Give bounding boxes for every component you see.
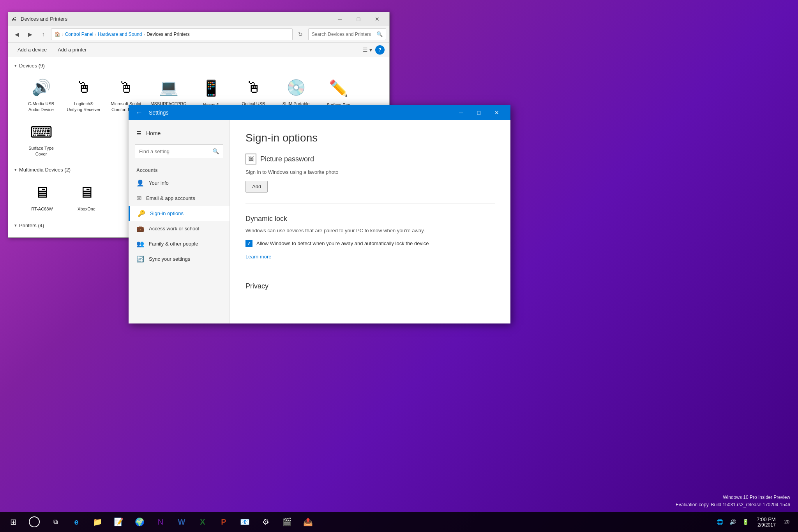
nav-family[interactable]: 👥 Family & other people — [129, 236, 230, 251]
taskbar-notepad[interactable]: 📝 — [108, 512, 129, 532]
search-icon: 🔍 — [376, 31, 383, 37]
search-box[interactable]: 🔍 — [308, 28, 386, 40]
family-icon: 👥 — [136, 240, 144, 247]
breadcrumb-hardware-sound[interactable]: Hardware and Sound — [98, 32, 142, 37]
taskbar-clock[interactable]: 7:00 PM 2/9/2017 — [754, 515, 779, 529]
device-logitech[interactable]: 🖱 Logitech®Unifying Receiver — [63, 72, 104, 115]
device-cmedia[interactable]: 🔊 C-Media USBAudio Device — [21, 72, 62, 115]
task-view-button[interactable]: ⧉ — [45, 512, 65, 532]
volume-icon[interactable]: 🔊 — [728, 517, 738, 527]
taskbar-file-explorer[interactable]: 📁 — [87, 512, 108, 532]
device-rt-ac68w[interactable]: 🖥 RT-AC68W — [21, 177, 64, 216]
view-button[interactable]: ☰ ▾ — [362, 44, 373, 55]
work-school-label: Access work or school — [149, 226, 199, 232]
device-logitech-icon: 🖱 — [71, 76, 96, 99]
powerpoint-icon: P — [221, 518, 226, 527]
sign-in-label: Sign-in options — [150, 210, 184, 216]
nav-your-info[interactable]: 👤 Your info — [129, 175, 230, 191]
settings-close-button[interactable]: ✕ — [488, 105, 506, 120]
taskbar-chrome[interactable]: 🌍 — [129, 512, 150, 532]
nav-sync[interactable]: 🔄 Sync your settings — [129, 251, 230, 267]
taskbar-media[interactable]: 🎬 — [277, 512, 297, 532]
start-button[interactable]: ⊞ — [3, 512, 23, 532]
clock-date: 2/9/2017 — [757, 522, 775, 528]
device-surface-pro-icon: 💻 — [156, 76, 181, 99]
device-xboxone-icon: 🖥 — [74, 180, 99, 205]
devices-titlebar: 🖨 Devices and Printers ─ □ ✕ — [8, 12, 389, 26]
file-explorer-icon: 📁 — [93, 517, 102, 527]
your-info-label: Your info — [149, 180, 169, 186]
taskbar-excel[interactable]: X — [192, 512, 213, 532]
taskbar-word[interactable]: W — [171, 512, 192, 532]
settings-search-box[interactable]: 🔍 — [135, 144, 223, 158]
sync-icon: 🔄 — [136, 255, 144, 263]
settings-app-icon: ⚙ — [262, 517, 269, 527]
taskbar-onenote[interactable]: N — [150, 512, 171, 532]
taskbar-settings-app[interactable]: ⚙ — [256, 512, 276, 532]
nav-email-accounts[interactable]: ✉ Email & app accounts — [129, 191, 230, 206]
devices-section-header[interactable]: ▾ Devices (9) — [14, 60, 383, 71]
printers-group-item[interactable]: 🖨 24 items — [21, 232, 99, 237]
device-rt-ac68w-icon: 🖥 — [30, 180, 55, 205]
picture-password-icon: 🖼 — [245, 154, 256, 164]
work-school-icon: 💼 — [136, 225, 144, 232]
nav-work-school[interactable]: 💼 Access work or school — [129, 221, 230, 236]
refresh-button[interactable]: ↻ — [295, 29, 306, 40]
settings-maximize-button[interactable]: □ — [470, 105, 488, 120]
taskbar-mail[interactable]: 📧 — [235, 512, 255, 532]
watermark-line2: Evaluation copy. Build 15031.rs2_release… — [676, 502, 790, 507]
picture-password-desc: Sign in to Windows using a favorite phot… — [245, 168, 495, 176]
clock-time: 7:00 PM — [757, 516, 775, 522]
forward-button[interactable]: ▶ — [25, 29, 35, 40]
device-sculpt-icon: 🖱 — [114, 76, 139, 99]
network-icon[interactable]: 🌐 — [715, 517, 725, 527]
notification-button[interactable]: 20 — [782, 518, 792, 526]
device-surface-type[interactable]: ⌨ Surface TypeCover — [21, 117, 62, 160]
settings-search-input[interactable] — [139, 148, 209, 154]
start-icon: ⊞ — [10, 517, 17, 527]
toolbar-right: ☰ ▾ ? — [362, 44, 385, 55]
printers-arrow: ▾ — [14, 223, 17, 228]
chrome-icon: 🌍 — [135, 517, 145, 527]
device-surface-type-label: Surface TypeCover — [28, 145, 54, 157]
your-info-icon: 👤 — [136, 179, 144, 187]
settings-back-button[interactable]: ← — [133, 107, 145, 118]
back-button[interactable]: ◀ — [11, 29, 22, 40]
word-icon: W — [178, 518, 185, 527]
task-view-icon: ⧉ — [53, 518, 58, 525]
picture-password-section: 🖼 Picture password Sign in to Windows us… — [245, 154, 495, 204]
add-device-button[interactable]: Add a device — [13, 44, 51, 55]
settings-win-controls: ─ □ ✕ — [452, 105, 506, 120]
settings-minimize-button[interactable]: ─ — [452, 105, 470, 120]
settings-home-button[interactable]: ☰ Home — [129, 126, 230, 140]
learn-more-link[interactable]: Learn more — [245, 254, 271, 260]
device-xboxone[interactable]: 🖥 XboxOne — [65, 177, 108, 216]
breadcrumb-home-icon[interactable]: 🏠 — [55, 32, 60, 37]
email-accounts-label: Email & app accounts — [146, 195, 195, 201]
taskbar-powerpoint[interactable]: P — [214, 512, 234, 532]
dynamic-lock-checkbox[interactable] — [245, 240, 252, 247]
email-accounts-icon: ✉ — [136, 194, 141, 202]
picture-password-add-button[interactable]: Add — [245, 181, 268, 193]
taskbar-send[interactable]: 📤 — [298, 512, 318, 532]
devices-minimize-button[interactable]: ─ — [331, 12, 349, 26]
taskbar-search-button[interactable] — [24, 512, 44, 532]
excel-icon: X — [200, 518, 205, 527]
dynamic-lock-title: Dynamic lock — [245, 215, 495, 223]
dynamic-lock-checkbox-label: Allow Windows to detect when you're away… — [256, 240, 429, 247]
breadcrumb-control-panel[interactable]: Control Panel — [65, 32, 94, 37]
help-button[interactable]: ? — [375, 45, 385, 55]
dynamic-lock-section: Dynamic lock Windows can use devices tha… — [245, 215, 495, 271]
battery-icon[interactable]: 🔋 — [741, 517, 750, 527]
taskbar-search-icon — [29, 516, 40, 527]
devices-close-button[interactable]: ✕ — [368, 12, 386, 26]
add-printer-button[interactable]: Add a printer — [53, 44, 91, 55]
device-bluray-icon: 💿 — [284, 76, 309, 99]
device-cmedia-label: C-Media USBAudio Device — [28, 101, 54, 112]
search-input[interactable] — [312, 32, 374, 37]
nav-sign-in[interactable]: 🔑 Sign-in options — [129, 206, 230, 221]
devices-maximize-button[interactable]: □ — [350, 12, 367, 26]
up-button[interactable]: ↑ — [38, 29, 49, 40]
taskbar-edge[interactable]: e — [66, 512, 87, 532]
send-icon: 📤 — [303, 517, 313, 527]
